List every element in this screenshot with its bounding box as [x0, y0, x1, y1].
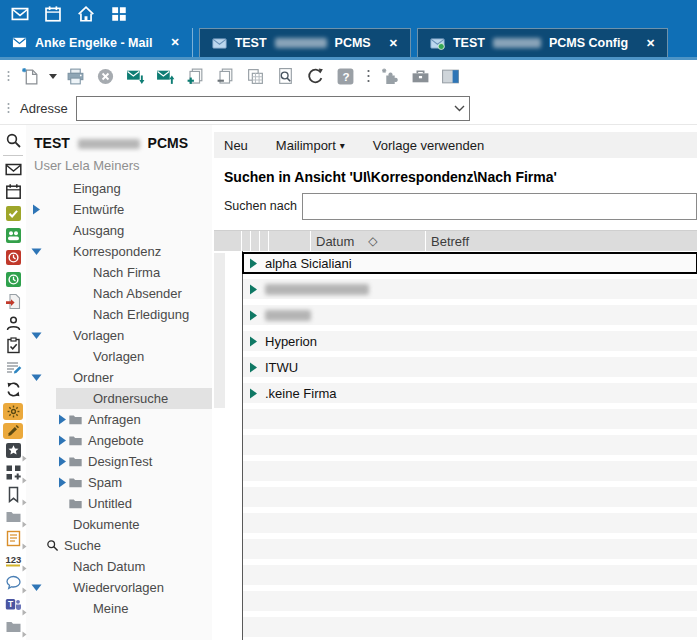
row-twisty-icon[interactable]	[249, 284, 258, 295]
sort-indicator-icon[interactable]: ◇	[368, 234, 377, 248]
tab-2[interactable]: TESTPCMS✕	[199, 28, 411, 57]
mail-white-icon[interactable]	[10, 4, 30, 24]
tree-item-dokumente[interactable]: Dokumente	[26, 514, 212, 535]
bookmark-icon[interactable]	[2, 486, 24, 503]
row-twisty-icon[interactable]	[249, 362, 258, 373]
menu-item-mailimport[interactable]: Mailimport▾	[276, 138, 345, 153]
clipboard-check-icon[interactable]	[2, 337, 24, 354]
calendar-white-icon[interactable]	[43, 4, 63, 24]
tree-item-ausgang[interactable]: Ausgang	[26, 220, 212, 241]
search-icon[interactable]	[2, 132, 24, 149]
twisty-open-icon[interactable]	[30, 331, 42, 340]
table-row[interactable]: Hyperion	[243, 331, 697, 351]
twisty-closed-icon[interactable]	[56, 477, 68, 488]
table-row[interactable]	[243, 279, 697, 299]
new-document-button[interactable]	[19, 65, 42, 88]
numbers-123-icon[interactable]: 123	[2, 552, 24, 569]
chat-icon[interactable]	[2, 574, 24, 591]
apps-plus-icon[interactable]	[2, 464, 24, 481]
twisty-closed-icon[interactable]	[56, 456, 68, 467]
tree-item-untitled[interactable]: Untitled	[26, 493, 212, 514]
home-white-icon[interactable]	[76, 4, 96, 24]
copy-grid-button[interactable]	[244, 65, 267, 88]
doc-export-icon[interactable]	[2, 293, 24, 310]
favorites-icon[interactable]	[2, 442, 24, 459]
row-twisty-icon[interactable]	[249, 336, 258, 347]
clock-red-icon[interactable]	[2, 249, 24, 266]
mail-icon[interactable]	[2, 161, 24, 178]
close-tab-icon[interactable]: ✕	[646, 37, 655, 50]
tab-1[interactable]: Anke Engelke - Mail✕	[0, 28, 193, 57]
tree-item-nach-absender[interactable]: Nach Absender	[26, 283, 212, 304]
clock-green-icon[interactable]	[2, 271, 24, 288]
tree-item-suche[interactable]: Suche	[26, 535, 212, 556]
tab-3[interactable]: TESTPCMS Config✕	[417, 28, 668, 57]
drag-handle-icon[interactable]	[4, 65, 12, 88]
table-row[interactable]	[243, 305, 697, 325]
print-button[interactable]	[64, 65, 87, 88]
remove-copy-button[interactable]	[214, 65, 237, 88]
edit-icon[interactable]	[3, 423, 23, 440]
tree-item-angebote[interactable]: Angebote	[26, 430, 212, 451]
layout-panel-button[interactable]	[439, 65, 462, 88]
settings-icon[interactable]	[3, 403, 23, 420]
mail-receive-button[interactable]	[124, 65, 147, 88]
table-row[interactable]: ITWU	[243, 357, 697, 377]
tree-item-korrespondenz[interactable]: Korrespondenz	[26, 241, 212, 262]
tree-item-vorlagen[interactable]: Vorlagen	[26, 325, 212, 346]
twisty-open-icon[interactable]	[30, 247, 42, 256]
column-header-empty[interactable]	[242, 231, 251, 251]
notes-edit-icon[interactable]	[2, 359, 24, 376]
caret-down-icon[interactable]	[49, 65, 57, 88]
chevron-down-icon[interactable]	[451, 105, 469, 112]
apps-white-icon[interactable]	[109, 4, 129, 24]
menu-item-neu[interactable]: Neu	[224, 138, 248, 153]
tree-item-entw-rfe[interactable]: Entwürfe	[26, 199, 212, 220]
contacts-icon[interactable]	[2, 227, 24, 244]
twisty-closed-icon[interactable]	[56, 414, 68, 425]
tree-item-ordner[interactable]: Ordner	[26, 367, 212, 388]
folder-icon[interactable]	[2, 508, 24, 525]
tree-item-meine[interactable]: Meine	[26, 598, 212, 619]
tree-item-vorlagen[interactable]: Vorlagen	[26, 346, 212, 367]
expander-icon[interactable]	[22, 624, 27, 640]
column-header-empty[interactable]	[214, 231, 242, 251]
calendar-icon[interactable]	[2, 183, 24, 200]
tree-item-wiedervorlagen[interactable]: Wiedervorlagen	[26, 577, 212, 598]
row-twisty-icon[interactable]	[249, 388, 258, 399]
row-twisty-icon[interactable]	[249, 258, 258, 269]
tree-item-nach-datum[interactable]: Nach Datum	[26, 556, 212, 577]
row-twisty-icon[interactable]	[249, 310, 258, 321]
twisty-open-icon[interactable]	[30, 373, 42, 382]
journal-icon[interactable]	[2, 530, 24, 547]
person-icon[interactable]	[2, 315, 24, 332]
addons-button[interactable]	[379, 65, 402, 88]
twisty-closed-icon[interactable]	[30, 204, 42, 215]
tree-item-nach-erledigung[interactable]: Nach Erledigung	[26, 304, 212, 325]
preview-button[interactable]	[274, 65, 297, 88]
menu-item-vorlage-verwenden[interactable]: Vorlage verwenden	[373, 138, 484, 153]
tree-item-ordnersuche[interactable]: Ordnersuche	[26, 388, 212, 409]
tasks-icon[interactable]	[2, 205, 24, 222]
mail-send-button[interactable]	[154, 65, 177, 88]
teams-icon[interactable]: T	[2, 596, 24, 613]
table-row[interactable]: .keine Firma	[243, 383, 697, 403]
table-row[interactable]: alpha Sicialiani	[243, 253, 697, 273]
twisty-open-icon[interactable]	[30, 583, 42, 592]
drag-handle-icon[interactable]	[4, 97, 12, 120]
close-tab-icon[interactable]: ✕	[389, 37, 398, 50]
help-button[interactable]: ?	[334, 65, 357, 88]
twisty-closed-icon[interactable]	[56, 435, 68, 446]
column-header-empty[interactable]	[251, 231, 260, 251]
tree-item-eingang[interactable]: Eingang	[26, 178, 212, 199]
column-header-empty[interactable]	[269, 231, 311, 251]
toolbox-button[interactable]	[409, 65, 432, 88]
refresh-button[interactable]	[304, 65, 327, 88]
column-header-datum[interactable]: Datum◇	[311, 231, 426, 251]
address-combobox[interactable]	[76, 96, 470, 121]
folder-2-icon[interactable]	[2, 618, 24, 635]
address-input[interactable]	[77, 97, 451, 120]
tree-item-spam[interactable]: Spam	[26, 472, 212, 493]
tree-item-designtest[interactable]: DesignTest	[26, 451, 212, 472]
sync-icon[interactable]	[2, 381, 24, 398]
